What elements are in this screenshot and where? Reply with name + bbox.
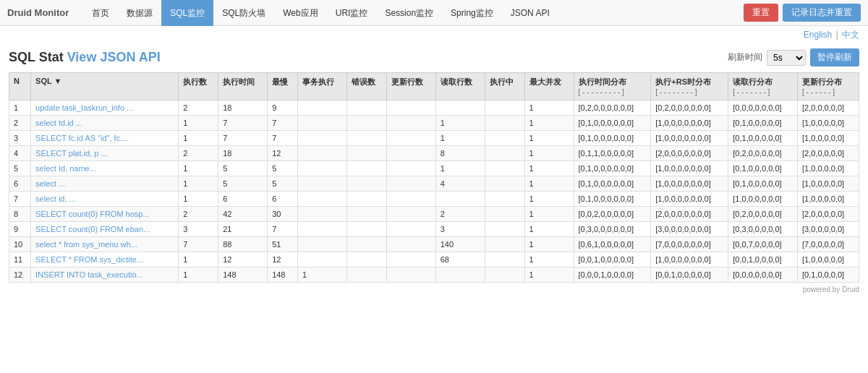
lang-separator: | xyxy=(836,30,838,40)
cell-exec-time: 5 xyxy=(218,176,268,192)
nav-sql-monitor[interactable]: SQL监控 xyxy=(161,0,213,26)
cell-sql[interactable]: SELECT plat.id, p ... xyxy=(31,146,179,161)
cell-update-rows xyxy=(386,161,435,176)
cell-exec-time: 18 xyxy=(218,146,268,161)
refresh-interval-select[interactable]: 5s 10s 30s 60s 停止 xyxy=(767,50,806,66)
th-sql[interactable]: SQL ▼ xyxy=(31,73,179,100)
cell-read-rows: 4 xyxy=(435,176,485,192)
nav-home[interactable]: 首页 xyxy=(83,0,118,26)
cell-tx-exec xyxy=(297,207,346,222)
cell-update-rows xyxy=(386,146,435,161)
cell-sql[interactable]: select td.id ... xyxy=(31,116,179,131)
sql-link[interactable]: select id, ... xyxy=(35,194,76,203)
sql-link[interactable]: SELECT fc.id AS "id", fc.... xyxy=(35,134,129,142)
cell-executing xyxy=(485,222,524,237)
cell-sql[interactable]: SELECT fc.id AS "id", fc.... xyxy=(31,131,179,146)
nav-uri-monitor[interactable]: URI监控 xyxy=(327,0,377,26)
cell-update-rows xyxy=(386,131,435,146)
nav-datasource[interactable]: 数据源 xyxy=(118,0,161,26)
th-tx-exec: 事务执行 xyxy=(297,73,346,100)
cell-sql[interactable]: SELECT count(0) FROM eban... xyxy=(31,222,179,237)
cell-read-rows: 140 xyxy=(435,237,485,252)
cell-sql[interactable]: update task_taskrun_info ... xyxy=(31,100,179,116)
cell-sql[interactable]: select * from sys_menu wh... xyxy=(31,237,179,252)
cell-update-rows xyxy=(386,222,435,237)
nav-web-app[interactable]: Web应用 xyxy=(274,0,326,26)
cell-error-count xyxy=(346,100,386,116)
lang-chinese[interactable]: 中文 xyxy=(842,30,859,40)
cell-update-rows xyxy=(386,237,435,252)
cell-error-count xyxy=(346,252,386,267)
cell-sql[interactable]: select ... xyxy=(31,176,179,192)
sql-link[interactable]: SELECT plat.id, p ... xyxy=(35,149,107,158)
sql-link[interactable]: select ... xyxy=(35,179,65,188)
nav-spring-monitor[interactable]: Spring监控 xyxy=(442,0,502,26)
cell-sql[interactable]: SELECT * FROM sys_dictite... xyxy=(31,252,179,267)
cell-update-rows xyxy=(386,252,435,267)
cell-read-rows: 1 xyxy=(435,116,485,131)
cell-update-rows-dist: [2,0,0,0,0,0] xyxy=(798,100,859,116)
cell-error-count xyxy=(346,192,386,207)
table-row: 3 SELECT fc.id AS "id", fc.... 1 7 7 1 1… xyxy=(9,131,859,146)
cell-max-concurrent: 1 xyxy=(524,146,574,161)
sql-link[interactable]: update task_taskrun_info ... xyxy=(35,103,133,112)
cell-executing xyxy=(485,146,524,161)
cell-exec-count: 1 xyxy=(179,252,218,267)
cell-exec-time: 6 xyxy=(218,192,268,207)
cell-update-rows-dist: [1,0,0,0,0,0] xyxy=(798,252,859,267)
cell-max-concurrent: 1 xyxy=(524,267,574,283)
cell-sql[interactable]: INSERT INTO task_executio... xyxy=(31,267,179,283)
cell-executing xyxy=(485,161,524,176)
th-exec-count: 执行数 xyxy=(179,73,218,100)
cell-tx-exec xyxy=(297,161,346,176)
nav-json-api[interactable]: JSON API xyxy=(502,0,558,26)
cell-exec-time-dist: [0,3,0,0,0,0,0,0] xyxy=(574,222,651,237)
cell-read-rows-dist: [0,0,1,0,0,0,0] xyxy=(728,252,798,267)
cell-executing xyxy=(485,252,524,267)
nav-session-monitor[interactable]: Session监控 xyxy=(376,0,442,26)
cell-read-rows-dist: [0,1,0,0,0,0,0] xyxy=(728,131,798,146)
cell-update-rows-dist: [2,0,0,0,0,0] xyxy=(798,146,859,161)
th-update-rows-dist: 更新行分布[ - - - - - - ] xyxy=(798,73,859,100)
cell-read-rows: 8 xyxy=(435,146,485,161)
log-reset-button[interactable]: 记录日志并重置 xyxy=(783,4,861,22)
cell-update-rows-dist: [2,0,0,0,0,0] xyxy=(798,207,859,222)
cell-max-concurrent: 1 xyxy=(524,237,574,252)
sql-link[interactable]: INSERT INTO task_executio... xyxy=(35,270,143,279)
cell-exec-time-dist: [0,1,0,0,0,0,0,0] xyxy=(574,192,651,207)
cell-n: 3 xyxy=(9,131,31,146)
sql-link[interactable]: SELECT * FROM sys_dictite... xyxy=(35,255,143,264)
cell-sql[interactable]: select Id, name... xyxy=(31,161,179,176)
page-title-link[interactable]: View JSON API xyxy=(67,50,161,64)
cell-exec-count: 2 xyxy=(179,146,218,161)
cell-read-rows-dist: [1,0,0,0,0,0,0] xyxy=(728,192,798,207)
cell-exec-time-dist: [0,1,1,0,0,0,0,0] xyxy=(574,146,651,161)
th-error-count: 错误数 xyxy=(346,73,386,100)
sql-link[interactable]: select td.id ... xyxy=(35,119,82,127)
sql-link[interactable]: select Id, name... xyxy=(35,164,96,173)
pause-refresh-button[interactable]: 暂停刷新 xyxy=(810,48,859,67)
cell-exec-rs-dist: [0,2,0,0,0,0,0,0] xyxy=(651,100,728,116)
cell-exec-rs-dist: [1,0,0,0,0,0,0,0] xyxy=(651,192,728,207)
cell-sql[interactable]: SELECT count(0) FROM hosp... xyxy=(31,207,179,222)
th-exec-rs-dist: 执行+RS时分布[ - - - - - - - - ] xyxy=(651,73,728,100)
sql-link[interactable]: select * from sys_menu wh... xyxy=(35,240,137,249)
sql-link[interactable]: SELECT count(0) FROM hosp... xyxy=(35,210,150,218)
cell-update-rows-dist: [1,0,0,0,0,0] xyxy=(798,176,859,192)
reset-button[interactable]: 重置 xyxy=(744,4,778,22)
cell-sql[interactable]: select id, ... xyxy=(31,192,179,207)
cell-tx-exec xyxy=(297,131,346,146)
cell-tx-exec xyxy=(297,146,346,161)
table-row: 2 select td.id ... 1 7 7 1 1 [0,1,0,0,0,… xyxy=(9,116,859,131)
cell-error-count xyxy=(346,267,386,283)
nav-action-buttons: 重置 记录日志并重置 xyxy=(744,4,861,22)
cell-exec-count: 1 xyxy=(179,192,218,207)
cell-max-concurrent: 1 xyxy=(524,192,574,207)
nav-sql-firewall[interactable]: SQL防火墙 xyxy=(213,0,274,26)
sql-link[interactable]: SELECT count(0) FROM eban... xyxy=(35,225,150,233)
cell-n: 9 xyxy=(9,222,31,237)
cell-read-rows: 68 xyxy=(435,252,485,267)
lang-english[interactable]: English xyxy=(804,30,832,40)
cell-update-rows xyxy=(386,267,435,283)
cell-exec-count: 7 xyxy=(179,237,218,252)
